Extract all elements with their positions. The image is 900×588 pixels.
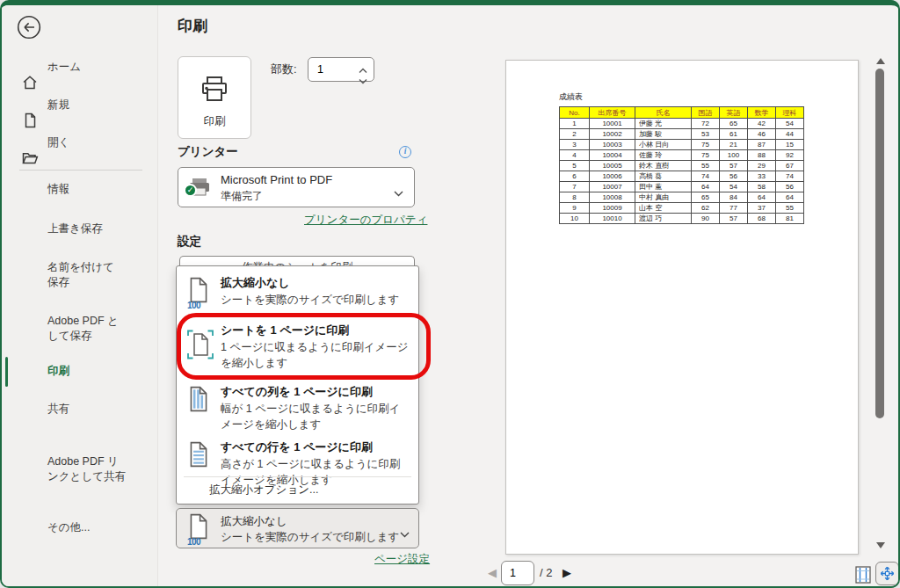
- menu-item-no-scaling[interactable]: 100 拡大縮小なし シートを実際のサイズで印刷します: [177, 275, 418, 316]
- table-cell: 10006: [590, 171, 635, 182]
- scaling-select[interactable]: 100 拡大縮小なし シートを実際のサイズで印刷します: [176, 508, 419, 548]
- sidebar-item-save[interactable]: 上書き保存: [2, 221, 158, 251]
- table-cell: 10009: [590, 203, 635, 214]
- table-cell: 中村 真由: [635, 192, 692, 203]
- sidebar-item-print[interactable]: 印刷: [2, 364, 158, 394]
- table-cell: 61: [720, 129, 748, 140]
- table-cell: 加藤 駿: [635, 129, 692, 140]
- sidebar-item-save-as[interactable]: 名前を付けて 保存: [2, 260, 158, 290]
- page-setup-link[interactable]: ページ設定: [374, 552, 430, 567]
- table-cell: 55: [776, 203, 804, 214]
- back-button[interactable]: [16, 14, 42, 40]
- table-cell: 68: [748, 214, 776, 224]
- table-cell: 62: [692, 203, 720, 214]
- print-button[interactable]: 印刷: [178, 56, 251, 139]
- scrollbar-thumb[interactable]: [875, 69, 884, 418]
- table-row: 1010010渡辺 巧90576881: [560, 214, 804, 224]
- table-cell: 84: [720, 192, 748, 203]
- sidebar-item-info[interactable]: 情報: [2, 182, 158, 212]
- menu-item-fit-columns-one-page[interactable]: すべての列を 1 ページに印刷 幅が 1 ページに収まるように印刷イメージを縮小…: [177, 384, 418, 439]
- info-icon[interactable]: i: [399, 146, 411, 158]
- printer-ready-check-icon: ✓: [184, 184, 197, 197]
- table-cell: 75: [692, 150, 720, 161]
- table-cell: 100: [720, 150, 748, 161]
- menu-divider: [184, 476, 411, 477]
- copies-label: 部数:: [271, 62, 297, 77]
- sheet-title: 成績表: [559, 91, 583, 103]
- sidebar-item-share-adobe-pdf-link[interactable]: Adobe PDF リ ンクとして共有: [2, 454, 158, 484]
- column-header: 氏名: [635, 107, 692, 119]
- table-cell: 53: [692, 129, 720, 140]
- table-cell: 55: [692, 161, 720, 171]
- zoom-to-page-icon: [879, 565, 896, 582]
- table-row: 610006高橋 葵74563374: [560, 171, 804, 182]
- preview-table-body: 110001伊藤 光72654254210002加藤 駿536146443100…: [560, 119, 804, 224]
- page-number-input[interactable]: [502, 562, 533, 584]
- table-row: 810008中村 真由65846464: [560, 192, 804, 203]
- table-cell: 8: [560, 192, 590, 203]
- scaling-select-value: 拡大縮小なし: [221, 514, 287, 529]
- chevron-down-icon: [394, 185, 403, 200]
- sidebar-item-more[interactable]: その他...: [2, 520, 158, 550]
- printer-name: Microsoft Print to PDF: [221, 173, 332, 186]
- sidebar-item-label: 情報: [47, 182, 146, 197]
- table-cell: 74: [692, 171, 720, 182]
- table-row: 910009山本 空62773755: [560, 203, 804, 214]
- sidebar-item-label: 開く: [47, 135, 146, 150]
- copies-increment-icon[interactable]: [359, 62, 367, 68]
- menu-item-fit-sheet-one-page[interactable]: シートを 1 ページに印刷 1 ページに収まるように印刷イメージを縮小します: [177, 323, 418, 381]
- table-cell: 57: [720, 214, 748, 224]
- table-cell: 75: [692, 140, 720, 150]
- menu-item-title: すべての列を 1 ページに印刷: [221, 384, 373, 400]
- sidebar-item-label: 上書き保存: [47, 221, 146, 236]
- open-folder-icon: [21, 134, 39, 171]
- page-number-box: [501, 561, 534, 585]
- sidebar-item-open[interactable]: 開く: [2, 135, 158, 180]
- back-arrow-icon: [16, 14, 42, 40]
- printer-select[interactable]: ✓ Microsoft Print to PDF 準備完了: [178, 167, 415, 207]
- sidebar-item-label: Adobe PDF と して保存: [47, 314, 146, 344]
- new-document-icon: [21, 97, 39, 134]
- scroll-down-icon[interactable]: [876, 542, 885, 548]
- sidebar-item-share[interactable]: 共有: [2, 402, 158, 432]
- table-cell: 37: [748, 203, 776, 214]
- sidebar-item-save-as-adobe-pdf[interactable]: Adobe PDF と して保存: [2, 314, 158, 344]
- table-cell: 10007: [590, 182, 635, 192]
- sidebar-item-label: 印刷: [47, 364, 146, 379]
- table-cell: 3: [560, 140, 590, 150]
- printer-icon: [195, 71, 234, 110]
- copies-input[interactable]: [308, 58, 352, 81]
- doc-100-icon: 100: [187, 513, 214, 545]
- doc-fit-rows-icon: [187, 441, 214, 473]
- printer-properties-link[interactable]: プリンターのプロパティ: [304, 213, 427, 228]
- table-cell: 伊藤 光: [635, 119, 692, 129]
- copies-decrement-icon[interactable]: [359, 72, 367, 78]
- table-cell: 81: [776, 214, 804, 224]
- menu-item-description: 幅が 1 ページに収まるように印刷イメージを縮小します: [221, 401, 410, 432]
- table-cell: 10001: [590, 119, 635, 129]
- menu-item-title: シートを 1 ページに印刷: [221, 323, 349, 338]
- table-cell: 10: [560, 214, 590, 224]
- table-row: 310003小林 日向75218715: [560, 140, 804, 150]
- margins-icon: [853, 565, 873, 584]
- table-cell: 15: [776, 140, 804, 150]
- printer-device-icon: ✓: [187, 177, 212, 201]
- show-margins-button[interactable]: [853, 565, 873, 584]
- menu-item-custom-scaling-options[interactable]: 拡大縮小オプション...: [209, 483, 318, 497]
- table-cell: 64: [748, 192, 776, 203]
- table-cell: 7: [560, 182, 590, 192]
- table-cell: 鈴木 直樹: [635, 161, 692, 171]
- next-page-icon[interactable]: ▶: [562, 566, 571, 579]
- table-cell: 10003: [590, 140, 635, 150]
- previous-page-icon[interactable]: ◀: [488, 566, 497, 579]
- sidebar-item-label: 共有: [47, 402, 146, 417]
- menu-item-title: 拡大縮小なし: [221, 275, 290, 291]
- home-icon: [21, 59, 39, 96]
- sidebar-item-label: ホーム: [47, 60, 146, 75]
- table-cell: 10008: [590, 192, 635, 203]
- print-what-select-obscured[interactable]: 作業中のシートを印刷: [179, 256, 415, 265]
- scroll-up-icon[interactable]: [876, 58, 885, 64]
- table-cell: 2: [560, 129, 590, 140]
- table-cell: 小林 日向: [635, 140, 692, 150]
- zoom-to-page-button[interactable]: [875, 562, 899, 585]
